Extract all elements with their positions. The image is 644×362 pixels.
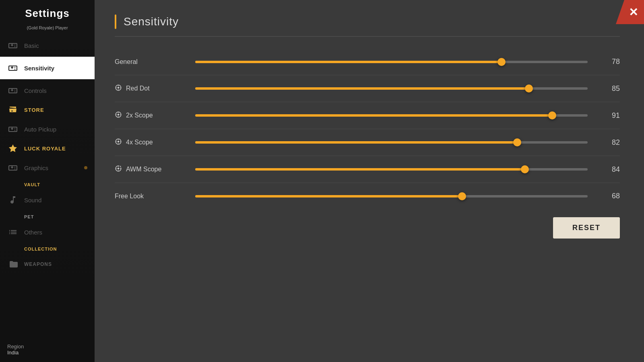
gamepad-icon <box>7 40 19 51</box>
auto-pickup-label: Auto Pickup <box>24 126 56 133</box>
store-icon <box>7 104 19 115</box>
list-icon <box>7 226 19 238</box>
sidebar-item-basic[interactable]: Basic <box>0 34 95 57</box>
slider-track-fill <box>195 195 462 197</box>
store-label: STORE <box>24 107 44 113</box>
slider-track-red-dot[interactable] <box>195 87 588 90</box>
slider-row-4x-scope: 4x Scope82 <box>115 129 620 156</box>
slider-thumb-free-look[interactable] <box>458 192 466 200</box>
sound-icon <box>7 194 19 206</box>
region-value: India <box>7 350 87 356</box>
controls-label: Controls <box>24 87 47 94</box>
slider-label-awm-scope: AWM Scope <box>126 166 161 173</box>
collection-text: COLLECTION <box>0 243 95 253</box>
slider-label-red-dot: Red Dot <box>126 85 150 92</box>
graphics-badge <box>84 166 87 169</box>
slider-value-2x-scope: 91 <box>600 111 620 120</box>
slider-label-wrap-red-dot: Red Dot <box>115 84 179 93</box>
region-box: Region India <box>0 337 95 362</box>
slider-track-fill <box>195 114 552 117</box>
sidebar-item-store[interactable]: STORE <box>0 102 95 118</box>
slider-row-2x-scope: 2x Scope91 <box>115 102 620 129</box>
settings-title: Settings <box>0 0 95 25</box>
pet-label: PET <box>24 214 34 219</box>
section-title: Sensitivity <box>124 15 179 28</box>
slider-value-red-dot: 85 <box>600 84 620 93</box>
player-info: (Gold Royale) Player <box>0 25 95 34</box>
luck-royale-label: LUCK ROYALE <box>24 146 66 152</box>
slider-label-general: General <box>115 58 138 66</box>
weapons-label: WEAPONS <box>24 261 52 267</box>
slider-label-wrap-4x-scope: 4x Scope <box>115 138 179 147</box>
sidebar-item-weapons[interactable]: WEAPONS <box>0 253 95 276</box>
slider-label-wrap-general: General <box>115 58 179 66</box>
slider-value-4x-scope: 82 <box>600 138 620 147</box>
slider-row-red-dot: Red Dot85 <box>115 75 620 102</box>
slider-value-free-look: 68 <box>600 192 620 200</box>
luck-icon <box>7 143 19 154</box>
svg-point-7 <box>118 114 120 116</box>
sidebar-item-graphics[interactable]: Graphics <box>0 156 95 179</box>
slider-track-fill <box>195 87 529 90</box>
scope-icon <box>115 84 122 93</box>
section-header: Sensitivity <box>115 14 620 37</box>
settings-content: Sensitivity General78Red Dot852x Scope91… <box>95 0 644 362</box>
slider-track-awm-scope[interactable] <box>195 168 588 171</box>
graphics-label: Graphics <box>24 165 48 171</box>
controls-icon <box>7 85 19 96</box>
slider-label-free-look: Free Look <box>115 193 144 200</box>
slider-row-general: General78 <box>115 49 620 75</box>
sidebar-item-others[interactable]: Others <box>0 221 95 243</box>
sidebar: Settings (Gold Royale) Player Basic Sens… <box>0 0 95 362</box>
slider-track-general[interactable] <box>195 61 588 63</box>
slider-row-free-look: Free Look68 <box>115 183 620 209</box>
svg-point-13 <box>118 141 120 143</box>
main-content: ✕ Sensitivity General78Red Dot852x Scope… <box>95 0 644 362</box>
slider-track-fill <box>195 141 517 144</box>
sound-label: Sound <box>24 197 41 204</box>
auto-pickup-icon <box>7 123 19 135</box>
sidebar-item-luck-royale[interactable]: LUCK ROYALE <box>0 140 95 156</box>
slider-thumb-2x-scope[interactable] <box>548 111 556 119</box>
sidebar-item-auto-pickup[interactable]: Auto Pickup <box>0 118 95 140</box>
slider-track-free-look[interactable] <box>195 195 588 197</box>
scope-icon <box>115 138 122 147</box>
slider-label-wrap-awm-scope: AWM Scope <box>115 165 179 174</box>
slider-label-2x-scope: 2x Scope <box>126 112 153 119</box>
slider-row-awm-scope: AWM Scope84 <box>115 156 620 183</box>
sensitivity-icon <box>7 62 19 74</box>
scope-icon <box>115 111 122 120</box>
pet-text: PET <box>0 211 95 221</box>
vault-text: VAULT <box>0 179 95 189</box>
slider-track-4x-scope[interactable] <box>195 141 588 144</box>
scope-plus-icon <box>115 165 122 174</box>
basic-label: Basic <box>24 42 39 49</box>
reset-button[interactable]: RESET <box>553 217 620 239</box>
section-bar <box>115 14 116 29</box>
reset-button-wrap: RESET <box>115 209 620 243</box>
weapons-icon <box>7 259 19 270</box>
slider-value-awm-scope: 84 <box>600 165 620 174</box>
slider-track-fill <box>195 61 502 63</box>
region-label: Region <box>7 343 87 350</box>
sliders-container: General78Red Dot852x Scope914x Scope82AW… <box>115 49 620 209</box>
slider-track-fill <box>195 168 525 171</box>
slider-value-general: 78 <box>600 58 620 66</box>
sidebar-item-sensitivity[interactable]: Sensitivity <box>0 57 95 79</box>
collection-label: COLLECTION <box>24 247 57 251</box>
slider-thumb-red-dot[interactable] <box>525 84 533 93</box>
slider-label-wrap-free-look: Free Look <box>115 193 179 200</box>
slider-thumb-awm-scope[interactable] <box>521 165 529 173</box>
sidebar-item-sound[interactable]: Sound <box>0 189 95 211</box>
sidebar-item-controls[interactable]: Controls <box>0 79 95 102</box>
sensitivity-label: Sensitivity <box>24 65 54 72</box>
close-icon: ✕ <box>629 6 638 19</box>
others-label: Others <box>24 229 42 236</box>
vault-label: VAULT <box>24 182 40 187</box>
slider-thumb-general[interactable] <box>497 58 506 66</box>
graphics-icon <box>7 162 19 173</box>
slider-thumb-4x-scope[interactable] <box>513 138 521 146</box>
slider-track-2x-scope[interactable] <box>195 114 588 117</box>
svg-point-19 <box>118 168 120 170</box>
svg-point-1 <box>118 87 120 89</box>
